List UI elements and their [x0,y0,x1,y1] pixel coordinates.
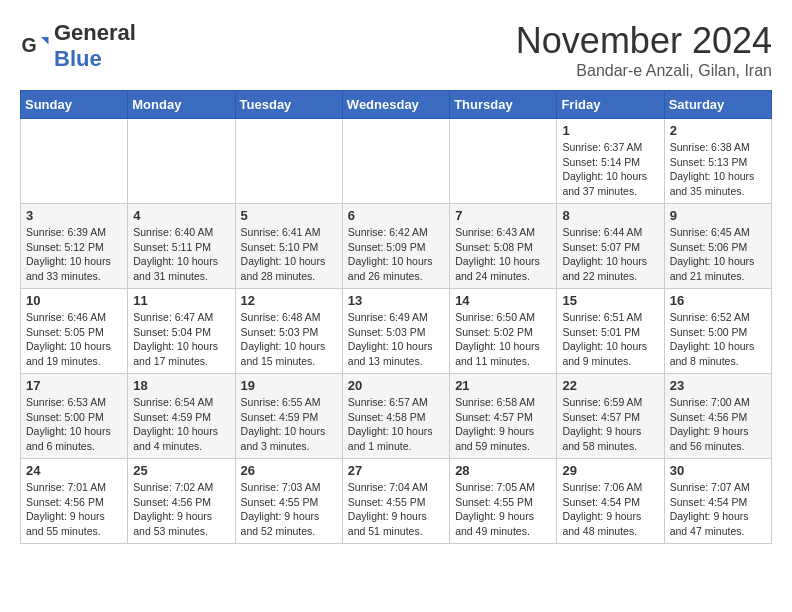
day-info: Sunrise: 6:46 AM Sunset: 5:05 PM Dayligh… [26,310,122,369]
logo: G General Blue [20,20,136,72]
calendar-cell: 26Sunrise: 7:03 AM Sunset: 4:55 PM Dayli… [235,459,342,544]
day-info: Sunrise: 6:48 AM Sunset: 5:03 PM Dayligh… [241,310,337,369]
calendar-cell: 23Sunrise: 7:00 AM Sunset: 4:56 PM Dayli… [664,374,771,459]
day-info: Sunrise: 6:45 AM Sunset: 5:06 PM Dayligh… [670,225,766,284]
day-number: 6 [348,208,444,223]
calendar-cell: 18Sunrise: 6:54 AM Sunset: 4:59 PM Dayli… [128,374,235,459]
calendar-cell: 1Sunrise: 6:37 AM Sunset: 5:14 PM Daylig… [557,119,664,204]
day-info: Sunrise: 6:43 AM Sunset: 5:08 PM Dayligh… [455,225,551,284]
day-number: 26 [241,463,337,478]
day-number: 15 [562,293,658,308]
day-number: 2 [670,123,766,138]
day-number: 18 [133,378,229,393]
day-info: Sunrise: 6:52 AM Sunset: 5:00 PM Dayligh… [670,310,766,369]
weekday-header-saturday: Saturday [664,91,771,119]
calendar-cell: 28Sunrise: 7:05 AM Sunset: 4:55 PM Dayli… [450,459,557,544]
day-info: Sunrise: 7:07 AM Sunset: 4:54 PM Dayligh… [670,480,766,539]
day-info: Sunrise: 7:02 AM Sunset: 4:56 PM Dayligh… [133,480,229,539]
day-number: 12 [241,293,337,308]
calendar-cell: 24Sunrise: 7:01 AM Sunset: 4:56 PM Dayli… [21,459,128,544]
day-info: Sunrise: 6:53 AM Sunset: 5:00 PM Dayligh… [26,395,122,454]
week-row-4: 24Sunrise: 7:01 AM Sunset: 4:56 PM Dayli… [21,459,772,544]
calendar-cell [450,119,557,204]
week-row-1: 3Sunrise: 6:39 AM Sunset: 5:12 PM Daylig… [21,204,772,289]
day-number: 24 [26,463,122,478]
day-number: 17 [26,378,122,393]
day-info: Sunrise: 6:49 AM Sunset: 5:03 PM Dayligh… [348,310,444,369]
calendar-cell: 15Sunrise: 6:51 AM Sunset: 5:01 PM Dayli… [557,289,664,374]
calendar-cell [235,119,342,204]
day-info: Sunrise: 6:54 AM Sunset: 4:59 PM Dayligh… [133,395,229,454]
day-number: 23 [670,378,766,393]
calendar-cell: 25Sunrise: 7:02 AM Sunset: 4:56 PM Dayli… [128,459,235,544]
calendar-cell [342,119,449,204]
day-info: Sunrise: 6:51 AM Sunset: 5:01 PM Dayligh… [562,310,658,369]
calendar-cell: 8Sunrise: 6:44 AM Sunset: 5:07 PM Daylig… [557,204,664,289]
day-number: 1 [562,123,658,138]
day-info: Sunrise: 6:50 AM Sunset: 5:02 PM Dayligh… [455,310,551,369]
logo-general-text: General [54,20,136,45]
header: G General Blue November 2024 Bandar-e An… [20,20,772,80]
day-number: 10 [26,293,122,308]
calendar-cell: 21Sunrise: 6:58 AM Sunset: 4:57 PM Dayli… [450,374,557,459]
calendar-cell: 4Sunrise: 6:40 AM Sunset: 5:11 PM Daylig… [128,204,235,289]
day-number: 19 [241,378,337,393]
month-title: November 2024 [516,20,772,62]
calendar-cell: 19Sunrise: 6:55 AM Sunset: 4:59 PM Dayli… [235,374,342,459]
day-info: Sunrise: 6:39 AM Sunset: 5:12 PM Dayligh… [26,225,122,284]
day-number: 20 [348,378,444,393]
logo-icon: G [20,31,50,61]
calendar-cell: 30Sunrise: 7:07 AM Sunset: 4:54 PM Dayli… [664,459,771,544]
calendar-cell: 17Sunrise: 6:53 AM Sunset: 5:00 PM Dayli… [21,374,128,459]
calendar-cell: 12Sunrise: 6:48 AM Sunset: 5:03 PM Dayli… [235,289,342,374]
calendar-cell: 27Sunrise: 7:04 AM Sunset: 4:55 PM Dayli… [342,459,449,544]
day-number: 11 [133,293,229,308]
week-row-0: 1Sunrise: 6:37 AM Sunset: 5:14 PM Daylig… [21,119,772,204]
day-info: Sunrise: 7:01 AM Sunset: 4:56 PM Dayligh… [26,480,122,539]
calendar-cell: 29Sunrise: 7:06 AM Sunset: 4:54 PM Dayli… [557,459,664,544]
day-info: Sunrise: 7:03 AM Sunset: 4:55 PM Dayligh… [241,480,337,539]
calendar-table: SundayMondayTuesdayWednesdayThursdayFrid… [20,90,772,544]
day-info: Sunrise: 7:04 AM Sunset: 4:55 PM Dayligh… [348,480,444,539]
weekday-header-tuesday: Tuesday [235,91,342,119]
day-number: 13 [348,293,444,308]
location: Bandar-e Anzali, Gilan, Iran [516,62,772,80]
weekday-header-friday: Friday [557,91,664,119]
weekday-header-sunday: Sunday [21,91,128,119]
calendar-cell: 11Sunrise: 6:47 AM Sunset: 5:04 PM Dayli… [128,289,235,374]
calendar-cell: 10Sunrise: 6:46 AM Sunset: 5:05 PM Dayli… [21,289,128,374]
day-info: Sunrise: 6:47 AM Sunset: 5:04 PM Dayligh… [133,310,229,369]
day-info: Sunrise: 6:44 AM Sunset: 5:07 PM Dayligh… [562,225,658,284]
day-info: Sunrise: 6:37 AM Sunset: 5:14 PM Dayligh… [562,140,658,199]
weekday-header-wednesday: Wednesday [342,91,449,119]
calendar-cell: 22Sunrise: 6:59 AM Sunset: 4:57 PM Dayli… [557,374,664,459]
day-number: 22 [562,378,658,393]
weekday-header-row: SundayMondayTuesdayWednesdayThursdayFrid… [21,91,772,119]
day-info: Sunrise: 6:55 AM Sunset: 4:59 PM Dayligh… [241,395,337,454]
day-info: Sunrise: 7:06 AM Sunset: 4:54 PM Dayligh… [562,480,658,539]
day-info: Sunrise: 6:42 AM Sunset: 5:09 PM Dayligh… [348,225,444,284]
day-number: 30 [670,463,766,478]
day-number: 28 [455,463,551,478]
day-number: 8 [562,208,658,223]
day-info: Sunrise: 6:57 AM Sunset: 4:58 PM Dayligh… [348,395,444,454]
day-info: Sunrise: 6:58 AM Sunset: 4:57 PM Dayligh… [455,395,551,454]
day-number: 29 [562,463,658,478]
day-info: Sunrise: 6:38 AM Sunset: 5:13 PM Dayligh… [670,140,766,199]
title-area: November 2024 Bandar-e Anzali, Gilan, Ir… [516,20,772,80]
calendar-cell: 13Sunrise: 6:49 AM Sunset: 5:03 PM Dayli… [342,289,449,374]
week-row-2: 10Sunrise: 6:46 AM Sunset: 5:05 PM Dayli… [21,289,772,374]
day-number: 21 [455,378,551,393]
weekday-header-thursday: Thursday [450,91,557,119]
calendar-cell: 7Sunrise: 6:43 AM Sunset: 5:08 PM Daylig… [450,204,557,289]
calendar-cell [128,119,235,204]
day-info: Sunrise: 6:41 AM Sunset: 5:10 PM Dayligh… [241,225,337,284]
week-row-3: 17Sunrise: 6:53 AM Sunset: 5:00 PM Dayli… [21,374,772,459]
day-number: 16 [670,293,766,308]
day-number: 4 [133,208,229,223]
day-number: 14 [455,293,551,308]
day-number: 7 [455,208,551,223]
calendar-cell: 20Sunrise: 6:57 AM Sunset: 4:58 PM Dayli… [342,374,449,459]
day-info: Sunrise: 6:59 AM Sunset: 4:57 PM Dayligh… [562,395,658,454]
day-number: 9 [670,208,766,223]
